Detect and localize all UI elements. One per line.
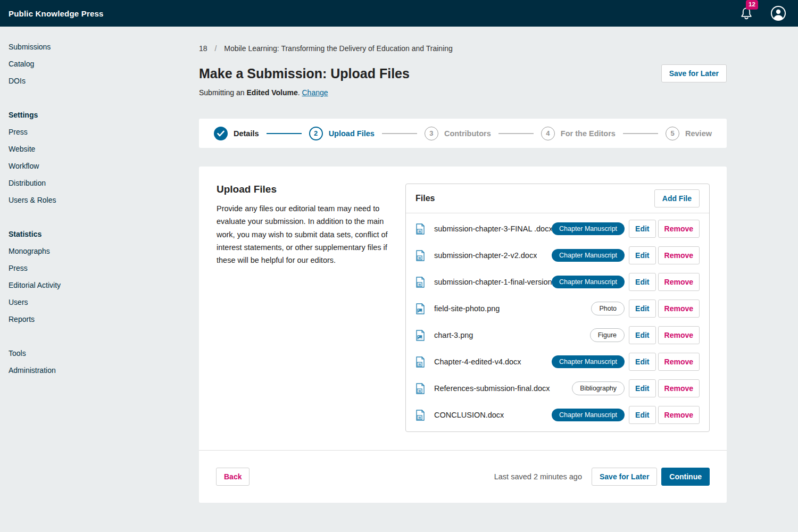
word-doc-icon: w (415, 223, 425, 235)
remove-file-button[interactable]: Remove (658, 379, 700, 397)
step-label: For the Editors (561, 129, 616, 138)
file-name: Chapter-4-edited-v4.docx (434, 358, 521, 366)
edit-file-button[interactable]: Edit (629, 326, 655, 344)
step-label: Upload Files (329, 129, 375, 138)
svg-text:w: w (418, 282, 421, 286)
back-button[interactable]: Back (216, 468, 250, 486)
file-name: field-site-photo.png (434, 304, 500, 313)
sidebar-item-reports[interactable]: Reports (9, 311, 151, 328)
sidebar-section-header: Settings (9, 106, 151, 123)
sidebar-item-dois[interactable]: DOIs (9, 72, 151, 89)
submission-type-note: Submitting an Edited Volume. Change (199, 88, 727, 97)
sidebar-item-tools[interactable]: Tools (9, 345, 151, 362)
edit-file-button[interactable]: Edit (629, 353, 655, 371)
step-label: Details (234, 129, 259, 138)
file-row: w submission-chapter-2-v2.docx Chapter M… (406, 242, 709, 269)
wizard-footer: Back Last saved 2 minutes ago Save for L… (199, 451, 727, 503)
word-doc-icon: w (415, 277, 425, 288)
step-indicator: 5 (666, 127, 679, 140)
step-connector (267, 133, 302, 134)
last-saved-status: Last saved 2 minutes ago (494, 472, 582, 481)
step-indicator: 3 (425, 127, 438, 140)
notification-count-badge: 12 (746, 0, 758, 10)
file-name: submission-chapter-2-v2.docx (434, 251, 537, 260)
edit-file-button[interactable]: Edit (629, 246, 655, 264)
file-row: w CONCLUSION.docx Chapter Manuscript Edi… (406, 402, 709, 428)
word-doc-icon: w (415, 383, 425, 394)
submission-stepper: Details 2 Upload Files 3 Contributors 4 … (199, 119, 727, 148)
file-genre-badge: Chapter Manuscript (552, 276, 625, 288)
remove-file-button[interactable]: Remove (658, 406, 700, 424)
image-file-icon (415, 303, 425, 314)
user-menu-button[interactable] (770, 5, 786, 21)
files-list: w submission-chapter-3-FINAL .docx Chapt… (406, 213, 709, 431)
sidebar-item-users[interactable]: Users (9, 294, 151, 311)
edit-file-button[interactable]: Edit (629, 273, 655, 291)
word-doc-icon: w (415, 410, 425, 421)
sidebar-item-distribution[interactable]: Distribution (9, 174, 151, 192)
sidebar-item-website[interactable]: Website (9, 140, 151, 157)
file-row: chart-3.png Figure Edit Remove (406, 322, 709, 348)
stepper-step-details[interactable]: Details (214, 127, 259, 140)
sidebar-group: SubmissionsCatalogDOIs (9, 38, 151, 89)
notifications-button[interactable]: 12 (739, 4, 757, 22)
change-submission-type-link[interactable]: Change (302, 88, 328, 97)
edit-file-button[interactable]: Edit (629, 300, 655, 318)
add-file-button[interactable]: Add File (654, 189, 700, 207)
remove-file-button[interactable]: Remove (658, 326, 700, 344)
file-row: w References-submission-final.docx Bibli… (406, 375, 709, 402)
remove-file-button[interactable]: Remove (658, 246, 700, 264)
svg-text:w: w (418, 255, 421, 259)
word-doc-icon: w (415, 356, 425, 368)
svg-text:w: w (418, 415, 421, 419)
file-name: CONCLUSION.docx (434, 411, 504, 419)
step-connector (623, 133, 658, 134)
section-description: Provide any files our editorial team may… (217, 202, 388, 267)
save-for-later-button-top[interactable]: Save for Later (661, 64, 727, 82)
sidebar: SubmissionsCatalogDOIs Settings PressWeb… (0, 27, 160, 408)
main-content: 18 / Mobile Learning: Transforming the D… (199, 27, 727, 503)
file-name: References-submission-final.docx (434, 384, 550, 393)
file-genre-badge: Chapter Manuscript (552, 222, 625, 235)
file-name: submission-chapter-1-final-version... (434, 278, 552, 286)
remove-file-button[interactable]: Remove (658, 353, 700, 371)
user-avatar-icon (770, 15, 786, 23)
svg-text:w: w (418, 362, 421, 365)
remove-file-button[interactable]: Remove (658, 300, 700, 318)
continue-button[interactable]: Continue (661, 468, 710, 486)
edit-file-button[interactable]: Edit (629, 220, 655, 238)
word-doc-icon: w (415, 250, 425, 261)
sidebar-item-administration[interactable]: Administration (9, 362, 151, 379)
edit-file-button[interactable]: Edit (629, 406, 655, 424)
subtitle-prefix: Submitting an (199, 88, 247, 97)
remove-file-button[interactable]: Remove (658, 220, 700, 238)
svg-text:w: w (418, 388, 421, 392)
stepper-step-upload-files[interactable]: 2 Upload Files (309, 127, 375, 140)
sidebar-item-users-roles[interactable]: Users & Roles (9, 192, 151, 209)
files-panel-title: Files (415, 194, 435, 203)
sidebar-section-header: Statistics (9, 226, 151, 243)
remove-file-button[interactable]: Remove (658, 273, 700, 291)
step-indicator: 4 (541, 127, 555, 140)
sidebar-item-catalog[interactable]: Catalog (9, 55, 151, 72)
stepper-step-contributors[interactable]: 3 Contributors (425, 127, 491, 140)
sidebar-item-editorial-activity[interactable]: Editorial Activity (9, 277, 151, 294)
section-title: Upload Files (217, 184, 388, 195)
step-label: Review (685, 129, 712, 138)
stepper-step-for-the-editors[interactable]: 4 For the Editors (541, 127, 616, 140)
sidebar-item-monographs[interactable]: Monographs (9, 243, 151, 260)
file-genre-badge: Figure (590, 328, 625, 342)
sidebar-item-submissions[interactable]: Submissions (9, 38, 151, 55)
edit-file-button[interactable]: Edit (629, 379, 655, 397)
sidebar-group: Statistics MonographsPressEditorial Acti… (9, 226, 151, 328)
breadcrumb-submission-id: 18 (199, 44, 207, 53)
file-genre-badge: Bibliography (572, 381, 625, 395)
sidebar-item-press[interactable]: Press (9, 260, 151, 277)
stepper-step-review[interactable]: 5 Review (666, 127, 712, 140)
breadcrumb: 18 / Mobile Learning: Transforming the D… (199, 44, 727, 53)
sidebar-item-press[interactable]: Press (9, 123, 151, 140)
save-for-later-button-bottom[interactable]: Save for Later (592, 468, 657, 486)
sidebar-item-workflow[interactable]: Workflow (9, 157, 151, 174)
sidebar-group: Settings PressWebsiteWorkflowDistributio… (9, 106, 151, 209)
file-row: w submission-chapter-3-FINAL .docx Chapt… (406, 215, 709, 242)
